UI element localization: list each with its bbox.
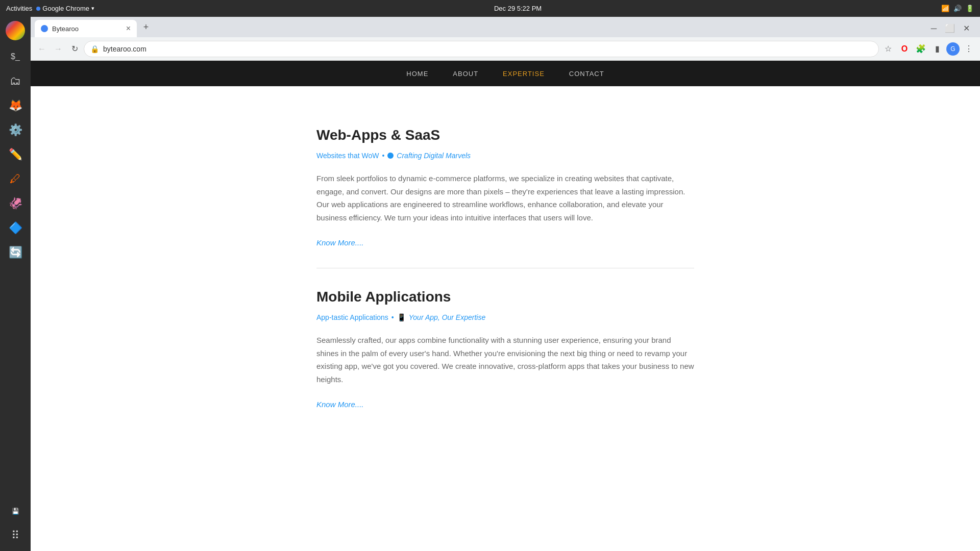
taskbar-sidebar: $_ 🗂 🦊 ⚙️ ✏️ 🖊 🦑 🔷 🔄 💾 ⠿: [0, 17, 31, 551]
browser-nav-bar: ← → ↻ 🔒 bytearoo.com ☆ O 🧩 ▮ G ⋮: [31, 37, 980, 61]
nav-home[interactable]: HOME: [406, 70, 428, 78]
os-topbar-left: Activities Google Chrome ▾: [6, 5, 94, 12]
back-button[interactable]: ←: [35, 42, 49, 56]
web-apps-separator: •: [382, 152, 384, 160]
maximize-button[interactable]: ⬜: [943, 21, 957, 35]
app3-icon[interactable]: 🦑: [4, 192, 27, 215]
web-apps-know-more-link[interactable]: Know More....: [316, 238, 364, 247]
web-apps-subtitle: Websites that WoW • Crafting Digital Mar…: [316, 152, 694, 160]
mobile-apps-title: Mobile Applications: [316, 289, 694, 305]
forward-button[interactable]: →: [51, 42, 65, 56]
address-text: bytearoo.com: [103, 45, 872, 53]
bookmark-button[interactable]: ☆: [881, 42, 895, 56]
os-chrome-dropdown-icon[interactable]: ▾: [91, 5, 94, 12]
web-apps-section: Web-Apps & SaaS Websites that WoW • Craf…: [316, 107, 694, 268]
ssd-icon[interactable]: 💾: [4, 500, 27, 522]
os-volume-icon: 🔊: [953, 5, 962, 12]
tab-close-button[interactable]: ×: [126, 24, 131, 33]
main-content: Web-Apps & SaaS Websites that WoW • Craf…: [306, 86, 704, 450]
menu-button[interactable]: ⋮: [962, 42, 976, 56]
mobile-apps-separator: •: [391, 313, 394, 321]
os-battery-icon: 🔋: [966, 5, 974, 12]
chrome-launcher-icon[interactable]: [6, 21, 25, 40]
tab-bar: Bytearoo × + ─ ⬜ ✕: [31, 17, 980, 37]
browser-window: $_ 🗂 🦊 ⚙️ ✏️ 🖊 🦑 🔷 🔄 💾 ⠿ Bytearoo × + ─ …: [0, 17, 980, 551]
tab-favicon: [41, 25, 48, 32]
page-content: HOME ABOUT EXPERTISE CONTACT Web-Apps & …: [31, 61, 980, 551]
os-topbar: Activities Google Chrome ▾ Dec 29 5:22 P…: [0, 0, 980, 17]
nav-about[interactable]: ABOUT: [453, 70, 478, 78]
mobile-apps-know-more-link[interactable]: Know More....: [316, 400, 364, 409]
mobile-apps-subtitle-prefix: App-tastic Applications: [316, 313, 388, 321]
profile-button[interactable]: G: [946, 42, 960, 56]
mobile-apps-subtitle-italic: Your App, Our Expertise: [409, 313, 485, 321]
nav-expertise[interactable]: EXPERTISE: [503, 70, 545, 78]
minimize-button[interactable]: ─: [929, 22, 939, 35]
inkscape-icon[interactable]: ✏️: [4, 143, 27, 166]
secure-icon: 🔒: [90, 45, 99, 53]
address-bar[interactable]: 🔒 bytearoo.com: [84, 41, 879, 57]
os-datetime: Dec 29 5:22 PM: [494, 5, 542, 12]
mobile-apps-subtitle: App-tastic Applications • 📱 Your App, Ou…: [316, 313, 694, 321]
inkscapeapp-icon[interactable]: 🖊: [4, 168, 27, 190]
app-grid-icon[interactable]: ⠿: [4, 524, 27, 547]
reload-button[interactable]: ↻: [67, 42, 82, 56]
chrome-dot-icon: [36, 7, 40, 11]
web-apps-body: From sleek portfolios to dynamic e-comme…: [316, 172, 694, 224]
browser-tab[interactable]: Bytearoo ×: [35, 20, 137, 37]
sidebar-toggle-button[interactable]: ▮: [930, 42, 944, 56]
web-apps-subtitle-italic: Crafting Digital Marvels: [397, 152, 471, 160]
new-tab-button[interactable]: +: [139, 20, 153, 34]
updater-icon[interactable]: 🔄: [4, 241, 27, 264]
vscode-icon[interactable]: 🔷: [4, 217, 27, 239]
website-nav: HOME ABOUT EXPERTISE CONTACT: [31, 61, 980, 86]
web-apps-title: Web-Apps & SaaS: [316, 127, 694, 143]
os-topbar-right: 📶 🔊 🔋: [941, 5, 974, 12]
window-controls: ─ ⬜ ✕: [929, 21, 976, 37]
extensions-button[interactable]: 🧩: [914, 42, 928, 56]
os-activities-label[interactable]: Activities: [6, 5, 32, 12]
settings-icon[interactable]: ⚙️: [4, 119, 27, 141]
opera-icon[interactable]: O: [897, 42, 912, 56]
mobile-apps-section: Mobile Applications App-tastic Applicati…: [316, 268, 694, 430]
tab-title: Bytearoo: [52, 25, 122, 33]
terminal-icon[interactable]: $_: [4, 45, 27, 68]
mobile-apps-body: Seamlessly crafted, our apps combine fun…: [316, 334, 694, 386]
close-button[interactable]: ✕: [961, 21, 972, 35]
nav-contact[interactable]: CONTACT: [569, 70, 604, 78]
browser-chrome: Bytearoo × + ─ ⬜ ✕ ← → ↻ 🔒 bytearoo.com …: [31, 17, 980, 551]
firefox-icon[interactable]: 🦊: [4, 94, 27, 117]
files-icon[interactable]: 🗂: [4, 70, 27, 92]
mobile-phone-icon: 📱: [397, 313, 406, 321]
os-network-icon: 📶: [941, 5, 949, 12]
browser-nav-actions: ☆ O 🧩 ▮ G ⋮: [881, 42, 976, 56]
web-apps-dot-icon: [387, 153, 394, 159]
web-apps-subtitle-prefix: Websites that WoW: [316, 152, 379, 160]
os-chrome-label-text: Google Chrome: [42, 5, 89, 12]
os-chrome-indicator: Google Chrome ▾: [36, 5, 94, 12]
